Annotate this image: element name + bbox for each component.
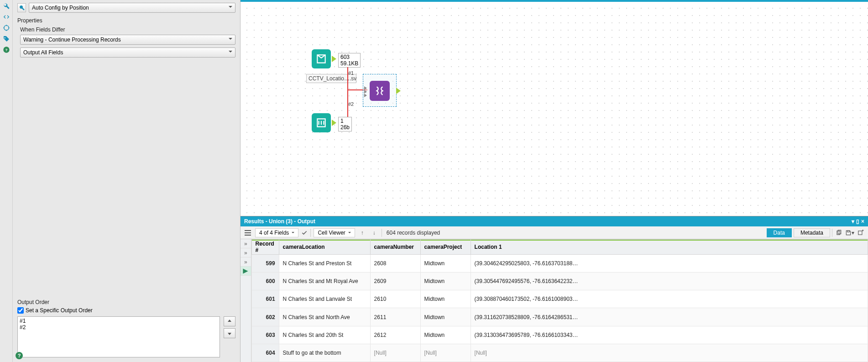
- data-tab[interactable]: Data: [767, 228, 792, 237]
- order-item[interactable]: #2: [20, 324, 218, 331]
- record-count: 604 records displayed: [385, 230, 442, 236]
- cell-num: 2611: [370, 308, 420, 326]
- anchor-in-icon[interactable]: »: [241, 239, 251, 248]
- results-close-icon[interactable]: ×: [861, 218, 864, 225]
- table-row[interactable]: 600N Charles St and Mt Royal Ave2609Midt…: [251, 273, 868, 290]
- results-menu-icon[interactable]: ▾: [852, 218, 854, 225]
- results-title: Results - Union (3) - Output: [244, 218, 315, 225]
- results-table[interactable]: Record # cameraLocation cameraNumber cam…: [251, 239, 868, 362]
- cell-num: 2612: [370, 326, 420, 344]
- cell-loc: N Charles St and 20th St: [279, 326, 370, 344]
- cell-record: 602: [251, 308, 279, 326]
- cell-coord: (39.308870460173502, -76.6161008903…: [471, 290, 868, 308]
- svg-point-0: [4, 26, 9, 31]
- col-cameraLocation: cameraLocation: [279, 240, 370, 255]
- results-pin-icon[interactable]: ▯: [856, 218, 859, 225]
- copy-icon[interactable]: [834, 229, 843, 237]
- target-tab-icon[interactable]: [2, 24, 10, 32]
- union-in-anchors[interactable]: [364, 86, 368, 95]
- cell-coord: [Null]: [471, 344, 868, 362]
- svg-rect-7: [245, 230, 251, 231]
- cell-record: 601: [251, 290, 279, 308]
- cell-loc: N Charles St and North Ave: [279, 308, 370, 326]
- save-icon[interactable]: ▾: [845, 229, 854, 237]
- order-down-button[interactable]: [224, 328, 235, 338]
- result-anchor-rail: » » »: [241, 239, 251, 362]
- input2-out-anchor[interactable]: [332, 120, 336, 126]
- cell-proj: Midtown: [420, 326, 471, 344]
- cell-coord: (39.305447692495576, -76.6163642232…: [471, 273, 868, 290]
- cell-loc: N Charles St and Mt Royal Ave: [279, 273, 370, 290]
- panel-help-icon[interactable]: ?: [16, 352, 23, 359]
- when-differ-select[interactable]: Warning - Continue Processing Records: [20, 35, 235, 45]
- anchor-in-icon[interactable]: »: [241, 257, 251, 267]
- cell-viewer-dropdown[interactable]: Cell Viewer: [314, 228, 355, 237]
- conn-label-2: #2: [348, 101, 354, 107]
- cell-loc: N Charles St and Preston St: [279, 255, 370, 273]
- sort-asc-icon[interactable]: ↑: [358, 229, 367, 237]
- cell-record: 604: [251, 344, 279, 362]
- svg-rect-12: [847, 231, 850, 232]
- union-tool-selected[interactable]: [363, 74, 397, 107]
- cell-record: 599: [251, 255, 279, 273]
- cell-coord: (39.311620738528809, -76.6164286531…: [471, 308, 868, 326]
- union-tool-icon: [370, 81, 390, 101]
- cell-proj: Midtown: [420, 290, 471, 308]
- table-row[interactable]: 603N Charles St and 20th St2612Midtown(3…: [251, 326, 868, 344]
- cell-coord: (39.313036473695789, -76.6166103343…: [471, 326, 868, 344]
- svg-text:?: ?: [5, 48, 7, 52]
- table-row[interactable]: 604Stuff to go at the bottom[Null][Null]…: [251, 344, 868, 362]
- anchor-in-icon[interactable]: »: [241, 248, 251, 257]
- results-panel: Results - Union (3) - Output ▾ ▯ × 4 of …: [241, 216, 868, 362]
- cell-loc: Stuff to go at the bottom: [279, 344, 370, 362]
- cell-proj: [Null]: [420, 344, 471, 362]
- input-tool-2[interactable]: [312, 113, 331, 132]
- input2-info-tag: 1 26b: [338, 117, 352, 131]
- input1-size: 59.1KB: [340, 60, 358, 67]
- row-toggle-icon[interactable]: [243, 229, 252, 237]
- col-record: Record #: [251, 240, 279, 255]
- config-mode-select[interactable]: Auto Config by Position: [29, 3, 235, 13]
- fields-check-icon: [301, 230, 308, 236]
- config-tab-rail: ?: [0, 0, 13, 362]
- metadata-tab[interactable]: Metadata: [794, 228, 830, 237]
- set-order-checkbox[interactable]: [17, 307, 24, 314]
- anchor-out-icon[interactable]: [241, 267, 251, 276]
- xml-tab-icon[interactable]: [2, 13, 10, 21]
- output-order-title: Output Order: [17, 299, 235, 305]
- sort-desc-icon[interactable]: ↓: [370, 229, 379, 237]
- order-item[interactable]: #1: [20, 318, 218, 324]
- config-mode-value: Auto Config by Position: [32, 5, 89, 11]
- cell-proj: Midtown: [420, 273, 471, 290]
- cell-num: [Null]: [370, 344, 420, 362]
- output-order-list[interactable]: #1 #2: [17, 316, 220, 357]
- col-cameraProject: cameraProject: [420, 240, 471, 255]
- table-row[interactable]: 602N Charles St and North Ave2611Midtown…: [251, 308, 868, 326]
- table-row[interactable]: 599N Charles St and Preston St2608Midtow…: [251, 255, 868, 273]
- svg-rect-9: [245, 235, 251, 236]
- results-header[interactable]: Results - Union (3) - Output ▾ ▯ ×: [241, 216, 868, 226]
- cell-num: 2610: [370, 290, 420, 308]
- canvas-grid: [241, 2, 868, 216]
- properties-title: Properties: [17, 17, 235, 24]
- cell-coord: (39.304624295025803, -76.6163703188…: [471, 255, 868, 273]
- input1-out-anchor[interactable]: [332, 56, 336, 62]
- fields-dropdown[interactable]: 4 of 4 Fields: [255, 228, 298, 237]
- conn-label-1: #1: [348, 70, 354, 76]
- union-out-anchor[interactable]: [396, 88, 401, 94]
- tag-tab-icon[interactable]: [2, 35, 10, 43]
- table-row[interactable]: 601N Charles St and Lanvale St2610Midtow…: [251, 290, 868, 308]
- new-window-icon[interactable]: [856, 229, 865, 237]
- input2-size: 26b: [340, 124, 350, 131]
- svg-rect-8: [245, 232, 251, 233]
- input-tool-1[interactable]: [312, 49, 331, 68]
- wrench-icon: [17, 3, 26, 12]
- help-tab-icon[interactable]: ?: [2, 46, 10, 54]
- output-fields-select[interactable]: Output All Fields: [20, 47, 235, 58]
- col-cameraNumber: cameraNumber: [370, 240, 420, 255]
- cell-num: 2608: [370, 255, 420, 273]
- cell-proj: Midtown: [420, 255, 471, 273]
- order-up-button[interactable]: [224, 316, 235, 326]
- workflow-canvas[interactable]: 603 59.1KB CCTV_Locatio….sv #1 1 26b #2: [241, 0, 868, 216]
- wrench-tab-icon[interactable]: [2, 2, 10, 10]
